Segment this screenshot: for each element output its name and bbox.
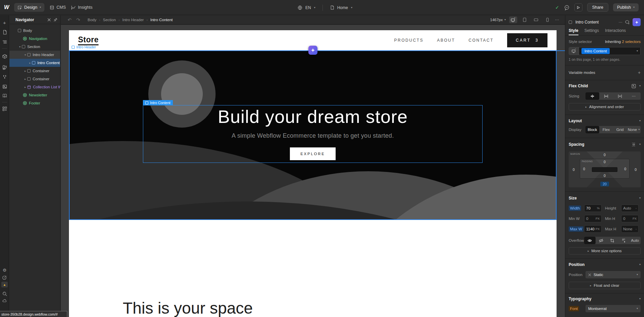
add-element-icon[interactable]: + (2, 20, 7, 26)
min-height-unit[interactable]: PX (633, 217, 637, 220)
tab-settings[interactable]: Settings (584, 27, 599, 35)
chevron-right-icon[interactable]: ▸ (23, 70, 27, 73)
tree-item-container[interactable]: ▸ Container (9, 67, 60, 75)
height-unit[interactable]: - (636, 207, 637, 210)
padding-right-value[interactable]: 0 (624, 167, 626, 171)
chevron-down-icon[interactable]: ▾ (314, 6, 315, 9)
width-input[interactable]: 70 % (584, 205, 602, 212)
spacing-mode-icon[interactable] (632, 142, 636, 147)
libraries-icon[interactable] (2, 93, 7, 98)
tree-item-intro-content[interactable]: ▸ Intro Content (9, 59, 60, 67)
position-dropdown[interactable]: Static ▾ (585, 271, 641, 278)
chevron-down-icon[interactable]: ▾ (637, 50, 638, 52)
selector-field[interactable]: Intro Content ▾ (579, 47, 640, 55)
width-unit[interactable]: % (597, 207, 600, 210)
breadcrumb-item[interactable]: Body (87, 18, 96, 22)
webflow-logo[interactable]: W (4, 4, 9, 10)
help-icon[interactable]: ? (2, 275, 7, 280)
more-options-icon[interactable]: ⋯ (619, 20, 623, 25)
insights-button[interactable]: Insights (71, 5, 92, 10)
tree-item-intro-header[interactable]: ▾ Intro Header (9, 51, 60, 59)
more-size-options-button[interactable]: ▸ More size options (569, 247, 641, 255)
settings-gear-icon[interactable]: ⚙ (2, 267, 7, 273)
chevron-down-icon[interactable]: ▾ (639, 298, 641, 300)
navigator-icon[interactable] (2, 39, 7, 45)
chevron-down-icon[interactable]: ▾ (639, 85, 641, 87)
tab-interactions[interactable]: Interactions (605, 27, 626, 35)
close-icon[interactable] (47, 18, 51, 21)
tree-item-navigation[interactable]: Navigation (9, 35, 60, 43)
apps-icon[interactable] (2, 106, 7, 111)
chevron-down-icon[interactable]: ▾ (23, 53, 27, 56)
sizing-shrink-icon[interactable] (585, 92, 599, 100)
padding-top-value[interactable]: 0 (604, 160, 606, 164)
max-height-input[interactable]: None - (621, 225, 639, 233)
breakpoint-phone-landscape[interactable] (532, 16, 540, 23)
overflow-auto-option[interactable]: Auto (629, 237, 641, 244)
intro-content-selection-tag[interactable]: Intro Content (143, 100, 173, 105)
breakpoint-phone-portrait[interactable] (543, 16, 552, 23)
ai-assistant-button[interactable] (308, 46, 317, 55)
tree-item-section[interactable]: ▾ Section (9, 43, 60, 51)
tree-item-body[interactable]: Body (9, 27, 60, 35)
locale-label[interactable]: EN (305, 5, 311, 10)
max-height-unit[interactable]: - (636, 227, 637, 231)
overflow-clip-icon[interactable] (607, 237, 618, 244)
class-pill[interactable]: Intro Content (581, 48, 610, 54)
intro-header-section-tag[interactable]: Intro Header (72, 45, 96, 49)
tree-item-container[interactable]: ▸ Container (9, 75, 60, 83)
breakpoint-indicator-icon[interactable]: * (569, 47, 579, 55)
variables-icon[interactable] (2, 74, 7, 80)
tree-item-collection-list[interactable]: ▸ Collection List Wra... (9, 83, 60, 91)
padding-left-value[interactable]: 0 (583, 167, 585, 171)
overflow-scroll-icon[interactable] (618, 237, 630, 244)
min-width-input[interactable]: 0 PX (584, 215, 602, 222)
create-component-icon[interactable] (625, 20, 630, 25)
class-selector-input[interactable]: * Intro Content ▾ (569, 47, 641, 55)
margin-left-value[interactable]: 0 (573, 168, 575, 172)
search-icon[interactable] (2, 291, 7, 297)
share-button[interactable]: Share (587, 3, 608, 12)
chevron-right-icon[interactable]: ▸ (23, 78, 27, 81)
styles-icon[interactable] (2, 64, 7, 70)
margin-right-value[interactable]: 0 (635, 168, 637, 172)
margin-top-value[interactable]: 0 (604, 153, 606, 157)
nav-link-products[interactable]: PRODUCTS (394, 38, 423, 43)
float-clear-button[interactable]: ▸ Float and clear (569, 282, 641, 289)
overflow-visible-eye-icon[interactable] (584, 237, 596, 244)
display-block-option[interactable]: Block (585, 126, 599, 133)
inheriting-info[interactable]: Inheriting 2 selectors (605, 40, 641, 44)
display-none-option[interactable]: None ▾ (627, 126, 641, 133)
inherited-from-parent-icon[interactable] (632, 84, 636, 88)
font-dropdown[interactable]: Montserrat ▾ (585, 305, 641, 312)
min-height-input[interactable]: 0 PX (621, 215, 639, 222)
margin-bottom-value[interactable]: 20 (600, 182, 609, 186)
assets-icon[interactable] (2, 84, 7, 89)
chevron-right-icon[interactable]: ▸ (28, 61, 32, 64)
explore-button[interactable]: EXPLORE (290, 147, 336, 160)
preview-button[interactable] (574, 3, 582, 11)
chevron-down-icon[interactable]: ▾ (639, 197, 641, 199)
publish-button[interactable]: Publish ▾ (613, 3, 639, 11)
sizing-grow-icon[interactable] (599, 92, 613, 100)
current-page-label[interactable]: Home (337, 5, 348, 10)
display-grid-option[interactable]: Grid (613, 126, 627, 133)
height-input[interactable]: Auto - (621, 205, 639, 212)
breadcrumb-item[interactable]: Intro Header (122, 18, 144, 22)
upgrade-alert-icon[interactable]: ▲ (1, 282, 8, 287)
padding-bottom-value[interactable]: 0 (604, 174, 606, 178)
breakpoint-tablet[interactable] (521, 16, 529, 23)
breadcrumb-item[interactable]: Section (103, 18, 116, 22)
add-variable-mode-icon[interactable]: + (638, 70, 641, 75)
next-section-heading[interactable]: This is your space (123, 299, 253, 317)
chevron-right-icon[interactable]: ▸ (23, 86, 27, 89)
comments-icon[interactable] (564, 5, 570, 10)
max-width-unit[interactable]: PX (596, 227, 600, 231)
sizing-fixed-icon[interactable] (613, 92, 627, 100)
redo-icon[interactable]: ↷ (76, 17, 80, 22)
breakpoint-desktop-base[interactable]: * (509, 16, 517, 23)
tab-style[interactable]: Style (569, 27, 578, 35)
display-flex-option[interactable]: Flex (599, 126, 613, 133)
alignment-order-button[interactable]: ▸ Alignment and order (569, 103, 641, 110)
site-logo[interactable]: Store (78, 35, 99, 45)
